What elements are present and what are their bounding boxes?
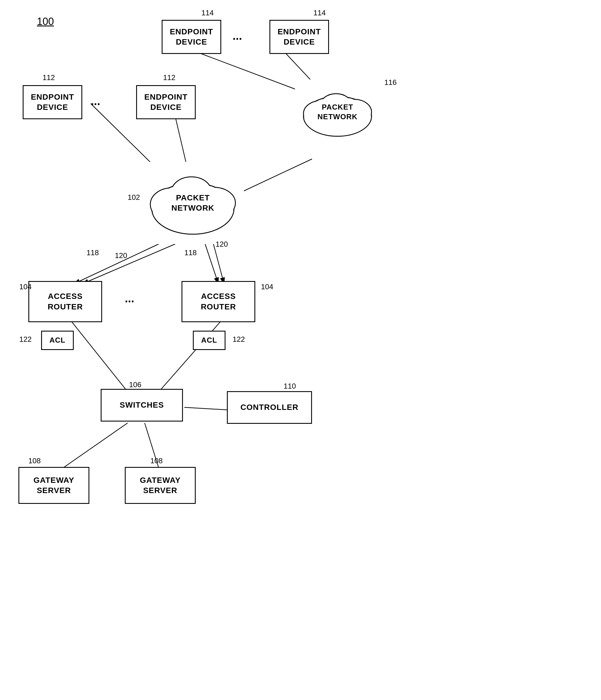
ref-104-1: 104 bbox=[19, 282, 31, 291]
ref-108-2: 108 bbox=[150, 456, 162, 465]
acl-1: ACL bbox=[41, 331, 74, 350]
ref-120-2: 120 bbox=[215, 240, 228, 249]
svg-line-7 bbox=[82, 241, 182, 284]
ref-120-1: 120 bbox=[115, 251, 127, 260]
access-router-2: ACCESSROUTER bbox=[182, 281, 255, 322]
network-diagram: 100 ENDPOINTDEVICE 114 ··· ENDPOINTDEVIC… bbox=[0, 0, 601, 700]
packet-network-116: PACKETNETWORK bbox=[295, 79, 380, 145]
endpoint-device-2: ENDPOINTDEVICE bbox=[269, 20, 329, 54]
ref-118-1: 118 bbox=[86, 248, 99, 257]
svg-line-11 bbox=[184, 407, 233, 410]
ref-112-2: 112 bbox=[163, 73, 175, 82]
ref-110: 110 bbox=[284, 382, 296, 391]
controller: CONTROLLER bbox=[227, 391, 312, 424]
svg-line-4 bbox=[176, 119, 187, 168]
ref-106: 106 bbox=[129, 380, 141, 389]
ref-116: 116 bbox=[384, 78, 396, 87]
ref-118-2: 118 bbox=[184, 248, 197, 257]
ref-114-1: 114 bbox=[201, 8, 214, 17]
endpoint-device-3: ENDPOINTDEVICE bbox=[23, 85, 82, 119]
svg-line-12 bbox=[62, 423, 128, 468]
gateway-server-1: GATEWAYSERVER bbox=[19, 467, 89, 504]
ref-102: 102 bbox=[128, 193, 140, 202]
ref-114-2: 114 bbox=[313, 8, 325, 17]
packet-network-102: PACKETNETWORK bbox=[142, 162, 244, 244]
svg-line-5 bbox=[74, 241, 164, 284]
endpoint-device-1: ENDPOINTDEVICE bbox=[162, 20, 221, 54]
endpoint-device-4: ENDPOINTDEVICE bbox=[136, 85, 196, 119]
ref-100: 100 bbox=[37, 16, 54, 28]
ref-122-2: 122 bbox=[233, 335, 245, 344]
gateway-server-2: GATEWAYSERVER bbox=[125, 467, 196, 504]
svg-line-9 bbox=[71, 321, 128, 392]
acl-2: ACL bbox=[193, 331, 226, 350]
ref-122-1: 122 bbox=[19, 335, 31, 344]
switches: SWITCHES bbox=[101, 389, 183, 422]
ref-104-2: 104 bbox=[261, 282, 273, 291]
ref-108-1: 108 bbox=[28, 456, 41, 465]
access-router-1: ACCESSROUTER bbox=[28, 281, 102, 322]
ref-112-1: 112 bbox=[43, 73, 55, 82]
